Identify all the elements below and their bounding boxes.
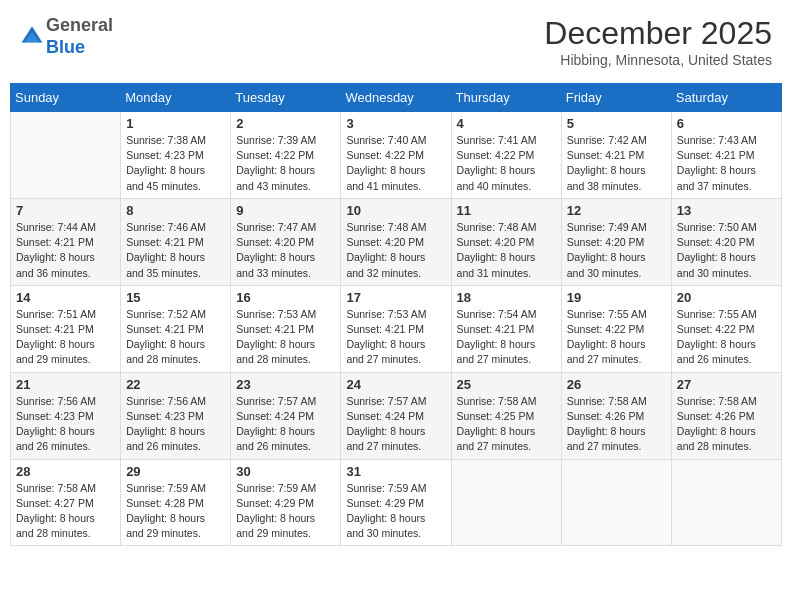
day-number: 18 xyxy=(457,290,556,305)
day-number: 21 xyxy=(16,377,115,392)
day-info: Sunrise: 7:57 AMSunset: 4:24 PMDaylight:… xyxy=(236,394,335,455)
calendar-week-row: 1Sunrise: 7:38 AMSunset: 4:23 PMDaylight… xyxy=(11,112,782,199)
day-number: 19 xyxy=(567,290,666,305)
calendar-cell: 5Sunrise: 7:42 AMSunset: 4:21 PMDaylight… xyxy=(561,112,671,199)
calendar-cell: 20Sunrise: 7:55 AMSunset: 4:22 PMDayligh… xyxy=(671,285,781,372)
calendar-cell: 22Sunrise: 7:56 AMSunset: 4:23 PMDayligh… xyxy=(121,372,231,459)
day-number: 1 xyxy=(126,116,225,131)
calendar-cell: 25Sunrise: 7:58 AMSunset: 4:25 PMDayligh… xyxy=(451,372,561,459)
day-number: 25 xyxy=(457,377,556,392)
calendar-cell: 10Sunrise: 7:48 AMSunset: 4:20 PMDayligh… xyxy=(341,198,451,285)
calendar-cell: 9Sunrise: 7:47 AMSunset: 4:20 PMDaylight… xyxy=(231,198,341,285)
day-number: 5 xyxy=(567,116,666,131)
calendar-cell: 18Sunrise: 7:54 AMSunset: 4:21 PMDayligh… xyxy=(451,285,561,372)
day-number: 31 xyxy=(346,464,445,479)
day-number: 17 xyxy=(346,290,445,305)
calendar-cell: 4Sunrise: 7:41 AMSunset: 4:22 PMDaylight… xyxy=(451,112,561,199)
col-header-wednesday: Wednesday xyxy=(341,84,451,112)
calendar-cell: 2Sunrise: 7:39 AMSunset: 4:22 PMDaylight… xyxy=(231,112,341,199)
day-info: Sunrise: 7:55 AMSunset: 4:22 PMDaylight:… xyxy=(677,307,776,368)
calendar-cell: 13Sunrise: 7:50 AMSunset: 4:20 PMDayligh… xyxy=(671,198,781,285)
day-number: 27 xyxy=(677,377,776,392)
day-info: Sunrise: 7:47 AMSunset: 4:20 PMDaylight:… xyxy=(236,220,335,281)
calendar-cell: 31Sunrise: 7:59 AMSunset: 4:29 PMDayligh… xyxy=(341,459,451,546)
day-number: 14 xyxy=(16,290,115,305)
day-number: 20 xyxy=(677,290,776,305)
day-number: 9 xyxy=(236,203,335,218)
day-number: 10 xyxy=(346,203,445,218)
calendar-week-row: 7Sunrise: 7:44 AMSunset: 4:21 PMDaylight… xyxy=(11,198,782,285)
day-info: Sunrise: 7:58 AMSunset: 4:26 PMDaylight:… xyxy=(677,394,776,455)
day-number: 30 xyxy=(236,464,335,479)
calendar-cell: 26Sunrise: 7:58 AMSunset: 4:26 PMDayligh… xyxy=(561,372,671,459)
day-info: Sunrise: 7:59 AMSunset: 4:29 PMDaylight:… xyxy=(236,481,335,542)
calendar-cell: 3Sunrise: 7:40 AMSunset: 4:22 PMDaylight… xyxy=(341,112,451,199)
calendar-cell: 30Sunrise: 7:59 AMSunset: 4:29 PMDayligh… xyxy=(231,459,341,546)
day-number: 4 xyxy=(457,116,556,131)
day-info: Sunrise: 7:58 AMSunset: 4:26 PMDaylight:… xyxy=(567,394,666,455)
day-info: Sunrise: 7:56 AMSunset: 4:23 PMDaylight:… xyxy=(16,394,115,455)
calendar-cell: 8Sunrise: 7:46 AMSunset: 4:21 PMDaylight… xyxy=(121,198,231,285)
day-number: 11 xyxy=(457,203,556,218)
calendar: SundayMondayTuesdayWednesdayThursdayFrid… xyxy=(10,83,782,546)
day-number: 29 xyxy=(126,464,225,479)
calendar-cell xyxy=(11,112,121,199)
col-header-monday: Monday xyxy=(121,84,231,112)
day-info: Sunrise: 7:59 AMSunset: 4:29 PMDaylight:… xyxy=(346,481,445,542)
day-info: Sunrise: 7:48 AMSunset: 4:20 PMDaylight:… xyxy=(457,220,556,281)
day-info: Sunrise: 7:49 AMSunset: 4:20 PMDaylight:… xyxy=(567,220,666,281)
day-info: Sunrise: 7:46 AMSunset: 4:21 PMDaylight:… xyxy=(126,220,225,281)
calendar-cell: 17Sunrise: 7:53 AMSunset: 4:21 PMDayligh… xyxy=(341,285,451,372)
logo-icon xyxy=(20,25,44,49)
day-number: 26 xyxy=(567,377,666,392)
month-title: December 2025 xyxy=(544,15,772,52)
day-number: 6 xyxy=(677,116,776,131)
day-info: Sunrise: 7:42 AMSunset: 4:21 PMDaylight:… xyxy=(567,133,666,194)
col-header-friday: Friday xyxy=(561,84,671,112)
calendar-week-row: 21Sunrise: 7:56 AMSunset: 4:23 PMDayligh… xyxy=(11,372,782,459)
calendar-week-row: 28Sunrise: 7:58 AMSunset: 4:27 PMDayligh… xyxy=(11,459,782,546)
day-info: Sunrise: 7:59 AMSunset: 4:28 PMDaylight:… xyxy=(126,481,225,542)
calendar-week-row: 14Sunrise: 7:51 AMSunset: 4:21 PMDayligh… xyxy=(11,285,782,372)
calendar-cell: 21Sunrise: 7:56 AMSunset: 4:23 PMDayligh… xyxy=(11,372,121,459)
calendar-cell: 28Sunrise: 7:58 AMSunset: 4:27 PMDayligh… xyxy=(11,459,121,546)
day-info: Sunrise: 7:50 AMSunset: 4:20 PMDaylight:… xyxy=(677,220,776,281)
calendar-cell: 23Sunrise: 7:57 AMSunset: 4:24 PMDayligh… xyxy=(231,372,341,459)
calendar-cell: 6Sunrise: 7:43 AMSunset: 4:21 PMDaylight… xyxy=(671,112,781,199)
day-info: Sunrise: 7:43 AMSunset: 4:21 PMDaylight:… xyxy=(677,133,776,194)
day-info: Sunrise: 7:52 AMSunset: 4:21 PMDaylight:… xyxy=(126,307,225,368)
calendar-cell: 7Sunrise: 7:44 AMSunset: 4:21 PMDaylight… xyxy=(11,198,121,285)
location: Hibbing, Minnesota, United States xyxy=(544,52,772,68)
day-info: Sunrise: 7:57 AMSunset: 4:24 PMDaylight:… xyxy=(346,394,445,455)
day-info: Sunrise: 7:41 AMSunset: 4:22 PMDaylight:… xyxy=(457,133,556,194)
day-info: Sunrise: 7:38 AMSunset: 4:23 PMDaylight:… xyxy=(126,133,225,194)
logo-blue-text: Blue xyxy=(46,37,85,57)
day-info: Sunrise: 7:39 AMSunset: 4:22 PMDaylight:… xyxy=(236,133,335,194)
calendar-cell: 14Sunrise: 7:51 AMSunset: 4:21 PMDayligh… xyxy=(11,285,121,372)
calendar-cell: 29Sunrise: 7:59 AMSunset: 4:28 PMDayligh… xyxy=(121,459,231,546)
calendar-cell xyxy=(671,459,781,546)
day-number: 23 xyxy=(236,377,335,392)
calendar-cell: 27Sunrise: 7:58 AMSunset: 4:26 PMDayligh… xyxy=(671,372,781,459)
day-info: Sunrise: 7:44 AMSunset: 4:21 PMDaylight:… xyxy=(16,220,115,281)
day-number: 7 xyxy=(16,203,115,218)
day-info: Sunrise: 7:55 AMSunset: 4:22 PMDaylight:… xyxy=(567,307,666,368)
calendar-cell: 16Sunrise: 7:53 AMSunset: 4:21 PMDayligh… xyxy=(231,285,341,372)
day-info: Sunrise: 7:40 AMSunset: 4:22 PMDaylight:… xyxy=(346,133,445,194)
day-info: Sunrise: 7:58 AMSunset: 4:27 PMDaylight:… xyxy=(16,481,115,542)
day-info: Sunrise: 7:48 AMSunset: 4:20 PMDaylight:… xyxy=(346,220,445,281)
day-number: 13 xyxy=(677,203,776,218)
logo: General Blue xyxy=(20,15,113,58)
day-number: 16 xyxy=(236,290,335,305)
page-header: General Blue December 2025 Hibbing, Minn… xyxy=(10,10,782,73)
calendar-cell: 1Sunrise: 7:38 AMSunset: 4:23 PMDaylight… xyxy=(121,112,231,199)
calendar-cell xyxy=(561,459,671,546)
day-info: Sunrise: 7:56 AMSunset: 4:23 PMDaylight:… xyxy=(126,394,225,455)
calendar-cell: 24Sunrise: 7:57 AMSunset: 4:24 PMDayligh… xyxy=(341,372,451,459)
calendar-cell: 15Sunrise: 7:52 AMSunset: 4:21 PMDayligh… xyxy=(121,285,231,372)
day-number: 28 xyxy=(16,464,115,479)
calendar-cell: 12Sunrise: 7:49 AMSunset: 4:20 PMDayligh… xyxy=(561,198,671,285)
col-header-thursday: Thursday xyxy=(451,84,561,112)
title-section: December 2025 Hibbing, Minnesota, United… xyxy=(544,15,772,68)
day-info: Sunrise: 7:53 AMSunset: 4:21 PMDaylight:… xyxy=(236,307,335,368)
